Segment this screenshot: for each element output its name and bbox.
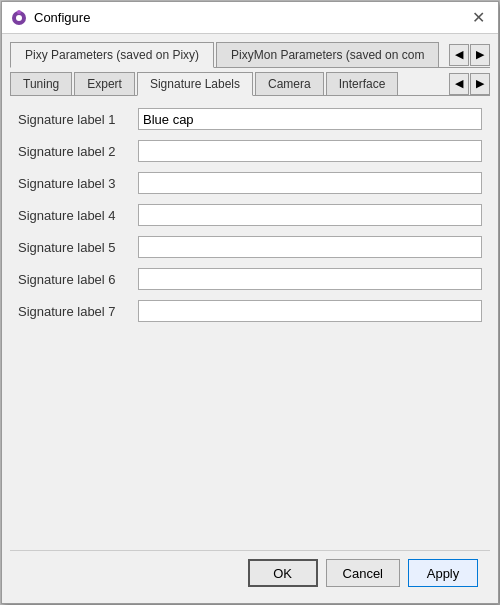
input-signature-6[interactable] (138, 268, 482, 290)
top-tab-left-arrow[interactable]: ◀ (449, 44, 469, 66)
sub-tabs: Tuning Expert Signature Labels Camera In… (10, 72, 490, 96)
form-row-4: Signature label 4 (18, 204, 482, 226)
tab-camera[interactable]: Camera (255, 72, 324, 95)
tab-signature-labels[interactable]: Signature Labels (137, 72, 253, 96)
sub-tab-left-arrow[interactable]: ◀ (449, 73, 469, 95)
form-row-5: Signature label 5 (18, 236, 482, 258)
title-bar-left: Configure (10, 9, 90, 27)
label-signature-1: Signature label 1 (18, 112, 138, 127)
input-signature-3[interactable] (138, 172, 482, 194)
form-row-2: Signature label 2 (18, 140, 482, 162)
apply-button[interactable]: Apply (408, 559, 478, 587)
top-tab-arrows: ◀ ▶ (449, 44, 490, 66)
cancel-button[interactable]: Cancel (326, 559, 400, 587)
form-row-7: Signature label 7 (18, 300, 482, 322)
label-signature-5: Signature label 5 (18, 240, 138, 255)
input-signature-2[interactable] (138, 140, 482, 162)
form-row-1: Signature label 1 (18, 108, 482, 130)
label-signature-6: Signature label 6 (18, 272, 138, 287)
app-icon (10, 9, 28, 27)
form-row-3: Signature label 3 (18, 172, 482, 194)
tab-pixy-parameters[interactable]: Pixy Parameters (saved on Pixy) (10, 42, 214, 68)
svg-point-1 (16, 15, 22, 21)
configure-window: Configure ✕ Pixy Parameters (saved on Pi… (1, 1, 499, 604)
input-signature-5[interactable] (138, 236, 482, 258)
label-signature-3: Signature label 3 (18, 176, 138, 191)
form-row-6: Signature label 6 (18, 268, 482, 290)
tab-tuning[interactable]: Tuning (10, 72, 72, 95)
title-bar: Configure ✕ (2, 2, 498, 34)
label-signature-2: Signature label 2 (18, 144, 138, 159)
label-signature-7: Signature label 7 (18, 304, 138, 319)
tab-expert[interactable]: Expert (74, 72, 135, 95)
tab-interface[interactable]: Interface (326, 72, 399, 95)
label-signature-4: Signature label 4 (18, 208, 138, 223)
top-tabs: Pixy Parameters (saved on Pixy) PixyMon … (10, 42, 490, 68)
svg-point-2 (17, 10, 21, 14)
window-content: Pixy Parameters (saved on Pixy) PixyMon … (2, 34, 498, 603)
input-signature-4[interactable] (138, 204, 482, 226)
sub-tab-right-arrow[interactable]: ▶ (470, 73, 490, 95)
ok-button[interactable]: OK (248, 559, 318, 587)
sub-tab-arrows: ◀ ▶ (449, 73, 490, 95)
bottom-bar: OK Cancel Apply (10, 550, 490, 595)
input-signature-7[interactable] (138, 300, 482, 322)
tab-pixymon-parameters[interactable]: PixyMon Parameters (saved on com (216, 42, 439, 67)
form-area: Signature label 1 Signature label 2 Sign… (10, 104, 490, 550)
input-signature-1[interactable] (138, 108, 482, 130)
close-button[interactable]: ✕ (466, 6, 490, 30)
window-title: Configure (34, 10, 90, 25)
top-tab-right-arrow[interactable]: ▶ (470, 44, 490, 66)
